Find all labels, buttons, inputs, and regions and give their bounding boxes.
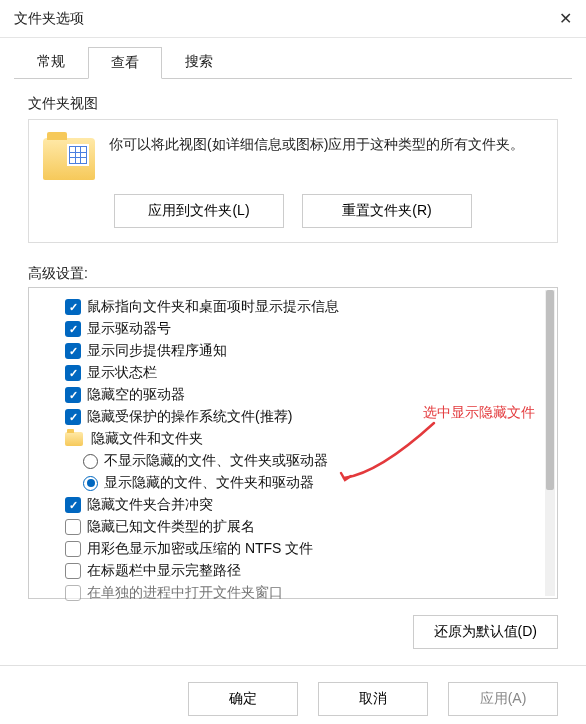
close-icon[interactable]: ✕ [532, 9, 572, 28]
folder-view-description: 你可以将此视图(如详细信息或图标)应用于这种类型的所有文件夹。 [109, 134, 543, 180]
radio-show-hidden[interactable]: 显示隐藏的文件、文件夹和驱动器 [39, 472, 557, 494]
list-item[interactable]: 显示驱动器号 [39, 318, 557, 340]
checkbox-icon[interactable] [65, 365, 81, 381]
restore-defaults-button[interactable]: 还原为默认值(D) [413, 615, 558, 649]
checkbox-icon[interactable] [65, 299, 81, 315]
apply-button[interactable]: 应用(A) [448, 682, 558, 716]
folder-view-title: 文件夹视图 [28, 95, 558, 113]
list-item[interactable]: 隐藏文件夹合并冲突 [39, 494, 557, 516]
titlebar: 文件夹选项 ✕ [0, 0, 586, 38]
checkbox-icon[interactable] [65, 409, 81, 425]
folder-view-box: 你可以将此视图(如详细信息或图标)应用于这种类型的所有文件夹。 应用到文件夹(L… [28, 119, 558, 243]
apply-to-folders-button[interactable]: 应用到文件夹(L) [114, 194, 284, 228]
folder-icon [43, 138, 95, 180]
advanced-label: 高级设置: [28, 265, 558, 283]
folder-icon [65, 432, 83, 446]
list-item[interactable]: 隐藏已知文件类型的扩展名 [39, 516, 557, 538]
checkbox-icon[interactable] [65, 541, 81, 557]
annotation-text: 选中显示隐藏文件 [423, 404, 535, 422]
list-item[interactable]: 用彩色显示加密或压缩的 NTFS 文件 [39, 538, 557, 560]
list-item[interactable]: 在标题栏中显示完整路径 [39, 560, 557, 582]
list-item[interactable]: 显示状态栏 [39, 362, 557, 384]
tab-strip: 常规 查看 搜索 [0, 38, 586, 78]
checkbox-icon[interactable] [65, 387, 81, 403]
ok-button[interactable]: 确定 [188, 682, 298, 716]
window-title: 文件夹选项 [14, 10, 532, 28]
list-item[interactable]: 隐藏空的驱动器 [39, 384, 557, 406]
radio-icon[interactable] [83, 476, 98, 491]
list-item[interactable]: 鼠标指向文件夹和桌面项时显示提示信息 [39, 296, 557, 318]
checkbox-icon[interactable] [65, 321, 81, 337]
cancel-button[interactable]: 取消 [318, 682, 428, 716]
checkbox-icon[interactable] [65, 585, 81, 601]
tab-general[interactable]: 常规 [14, 46, 88, 78]
checkbox-icon[interactable] [65, 497, 81, 513]
radio-hide-hidden[interactable]: 不显示隐藏的文件、文件夹或驱动器 [39, 450, 557, 472]
reset-folders-button[interactable]: 重置文件夹(R) [302, 194, 472, 228]
radio-icon[interactable] [83, 454, 98, 469]
list-item[interactable]: 显示同步提供程序通知 [39, 340, 557, 362]
checkbox-icon[interactable] [65, 343, 81, 359]
checkbox-icon[interactable] [65, 519, 81, 535]
tab-view[interactable]: 查看 [88, 47, 162, 79]
tab-search[interactable]: 搜索 [162, 46, 236, 78]
folder-view-section: 文件夹视图 你可以将此视图(如详细信息或图标)应用于这种类型的所有文件夹。 应用… [28, 95, 558, 243]
list-item-group[interactable]: 隐藏文件和文件夹 [39, 428, 557, 450]
scrollbar-thumb[interactable] [546, 290, 554, 490]
checkbox-icon[interactable] [65, 563, 81, 579]
scrollbar[interactable] [545, 290, 555, 596]
dialog-footer: 确定 取消 应用(A) [0, 665, 586, 724]
advanced-settings-box: 鼠标指向文件夹和桌面项时显示提示信息 显示驱动器号 显示同步提供程序通知 显示状… [28, 287, 558, 599]
list-item[interactable]: 在单独的进程中打开文件夹窗口 [39, 582, 557, 604]
